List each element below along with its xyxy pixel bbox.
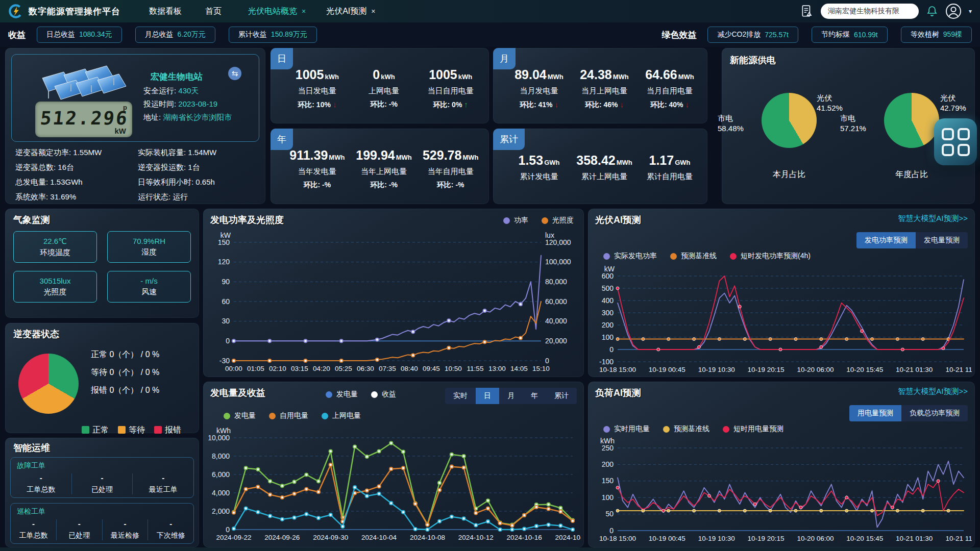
stat-item: 1005kWh 当日自用电量 环比: 0%↑ xyxy=(417,67,484,110)
kpi-label: 等效植树 xyxy=(911,30,939,39)
station-card: p 512.296 kW 宏健生物电站 安全运行: 430天 投运时间: 202… xyxy=(11,54,259,142)
nav-item-databoard[interactable]: 数据看板 xyxy=(149,6,182,17)
card-subtitle: 故障工单 xyxy=(17,461,193,470)
station-commission-date: 投运时间: 2023-08-19 xyxy=(143,99,217,109)
svg-text:0: 0 xyxy=(226,525,230,534)
legend-baseline[interactable]: 预测基准线 xyxy=(663,424,709,434)
fault-workorder-card: 故障工单 -工单总数 -已处理 -最近工单 xyxy=(10,457,194,498)
svg-text:0: 0 xyxy=(609,527,614,535)
weather-card-irradiance: 30515lux光照度 xyxy=(13,271,97,303)
green-benefit-title: 绿色效益 xyxy=(662,29,696,41)
toggle-generation[interactable]: 发电量 xyxy=(326,390,358,399)
bell-icon[interactable] xyxy=(926,5,938,17)
svg-text:2024-09-22: 2024-09-22 xyxy=(216,534,251,541)
period-year[interactable]: 年 xyxy=(523,388,546,404)
stat-item: 1005kWh 当日发电量 环比: 10%↓ xyxy=(284,67,351,110)
solar-panels-image xyxy=(37,58,129,102)
station-details: 逆变器额定功率: 1.55MW 实际装机容量: 1.54MW 逆变器总数: 16… xyxy=(15,148,255,202)
close-tab-icon[interactable]: × xyxy=(302,7,306,15)
legend-grid-feed[interactable]: 上网电量 xyxy=(322,411,361,420)
company-search-value: 湖南宏健生物科技有限 xyxy=(828,7,899,16)
svg-text:09:45: 09:45 xyxy=(423,365,440,372)
svg-text:2024-10-08: 2024-10-08 xyxy=(410,534,445,541)
card-subtitle: 巡检工单 xyxy=(17,507,193,516)
pv-forecast-button-group: 发电功率预测 发电量预测 xyxy=(856,232,968,248)
swap-station-button[interactable]: ⇆ xyxy=(228,67,241,80)
panel-title: 逆变器状态 xyxy=(13,328,59,340)
svg-text:80,000: 80,000 xyxy=(545,278,567,286)
svg-text:10-20 06:00: 10-20 06:00 xyxy=(797,535,834,542)
lcd-unit-label: kW xyxy=(115,127,127,135)
svg-text:500: 500 xyxy=(602,284,614,292)
ops-col: -工单总数 xyxy=(11,473,72,494)
period-day[interactable]: 日 xyxy=(476,388,499,404)
close-tab-icon[interactable]: × xyxy=(371,7,375,15)
pie-label-grid: 市电57.21% xyxy=(840,113,886,134)
period-total[interactable]: 累计 xyxy=(546,388,577,404)
green-benefit-group: 绿色效益 减少CO2排放 725.57t 节约标煤 610.99t 等效植树 9… xyxy=(662,27,972,43)
series-toggle-legend: 发电量 收益 xyxy=(326,390,396,399)
smart-ops-panel: 智能运维 故障工单 -工单总数 -已处理 -最近工单 巡检工单 -工单总数 -已… xyxy=(5,438,199,547)
legend-irradiance[interactable]: 光照度 xyxy=(542,216,574,225)
svg-text:13:00: 13:00 xyxy=(488,365,506,372)
avatar-icon[interactable] xyxy=(945,3,962,19)
station-safe-run: 安全运行: 430天 xyxy=(143,86,199,96)
legend-baseline[interactable]: 预测基准线 xyxy=(670,252,717,261)
legend-generation[interactable]: 发电量 xyxy=(224,411,256,420)
svg-text:100: 100 xyxy=(602,493,614,502)
svg-text:03:15: 03:15 xyxy=(291,365,308,372)
tab-pv-ai-forecast[interactable]: 光伏AI预测 × xyxy=(326,6,375,17)
detail-item: 运行状态: 运行 xyxy=(138,192,255,202)
floating-widget-button[interactable] xyxy=(934,118,977,165)
svg-text:30: 30 xyxy=(222,317,230,325)
load-forecast-chart: 250200150100500kWh10-18 15:0010-19 00:45… xyxy=(590,436,972,544)
btn-power-forecast[interactable]: 发电功率预测 xyxy=(856,232,916,248)
svg-text:0: 0 xyxy=(545,357,549,365)
detail-item: 系统效率: 31.69% xyxy=(15,192,138,202)
btn-consumption-forecast[interactable]: 用电量预测 xyxy=(849,405,901,421)
panel-title: 智能运维 xyxy=(13,442,50,454)
status-row: 等待 0（个） / 0 % xyxy=(91,367,159,378)
nav-item-home[interactable]: 首页 xyxy=(205,6,222,17)
legend-short-term-forecast[interactable]: 短时用电量预测 xyxy=(723,424,783,434)
chevron-down-icon[interactable]: ▾ xyxy=(969,8,972,15)
ai-model-link[interactable]: 智慧大模型AI预测>> xyxy=(898,214,968,223)
btn-total-load-forecast[interactable]: 负载总功率预测 xyxy=(901,405,968,421)
btn-energy-forecast[interactable]: 发电量预测 xyxy=(916,232,968,248)
stat-tab-year: 年 xyxy=(271,129,293,150)
svg-text:300: 300 xyxy=(602,309,614,317)
legend-actual-power[interactable]: 实际发电功率 xyxy=(603,252,657,261)
svg-text:6,000: 6,000 xyxy=(212,470,230,479)
year-share-pie xyxy=(884,93,939,148)
kpi-value: 959棵 xyxy=(943,30,962,39)
trend-up-icon: ↑ xyxy=(464,100,468,109)
legend-error: 报错 xyxy=(154,425,181,436)
field-value: 湖南省长沙市浏阳市 xyxy=(163,113,232,121)
panel-title: 发电量及收益 xyxy=(210,387,265,399)
legend-self-use[interactable]: 自用电量 xyxy=(269,411,308,420)
ai-model-link[interactable]: 智慧大模型AI预测>> xyxy=(898,387,968,396)
stat-card-total: 累计 1.53GWh 累计发电量 358.42MWh 累计上网电量 1.17GW… xyxy=(493,129,707,204)
toggle-revenue[interactable]: 收益 xyxy=(371,390,396,399)
detail-item: 实际装机容量: 1.54MW xyxy=(138,148,255,158)
svg-text:2024-09-26: 2024-09-26 xyxy=(264,534,300,541)
svg-text:07:35: 07:35 xyxy=(379,365,396,372)
company-search-input[interactable]: 湖南宏健生物科技有限 xyxy=(821,4,919,19)
svg-text:2,000: 2,000 xyxy=(212,507,230,515)
detail-item: 逆变器额定功率: 1.55MW xyxy=(15,148,138,158)
tab-pv-station-overview[interactable]: 光伏电站概览 × xyxy=(248,6,306,17)
svg-text:kW: kW xyxy=(604,265,615,273)
inverter-status-pie xyxy=(18,354,79,414)
legend-power[interactable]: 功率 xyxy=(503,216,528,225)
legend-short-term-forecast[interactable]: 短时发电功率预测(4h) xyxy=(730,252,811,261)
pie-caption-month: 本月占比 xyxy=(748,169,830,180)
legend-realtime-consumption[interactable]: 实时用电量 xyxy=(603,424,650,434)
swap-icon: ⇆ xyxy=(232,69,238,78)
period-month[interactable]: 月 xyxy=(499,388,523,404)
kpi-coal-saved: 节约标煤 610.99t xyxy=(812,27,888,43)
enterprise-report-icon[interactable] xyxy=(800,5,814,18)
svg-text:02:10: 02:10 xyxy=(269,365,286,372)
period-realtime[interactable]: 实时 xyxy=(445,388,476,404)
stat-item: 0kWh 上网电量 环比: -% xyxy=(351,67,418,110)
ops-col: -下次维修 xyxy=(148,519,193,540)
